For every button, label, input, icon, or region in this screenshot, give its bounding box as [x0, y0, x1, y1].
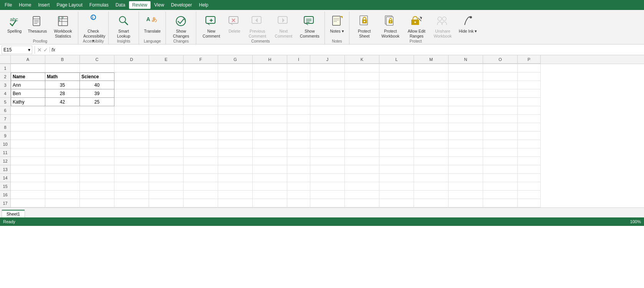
cell-D1[interactable] [114, 64, 149, 72]
cell-D2[interactable] [114, 72, 149, 81]
cell-E2[interactable] [149, 72, 184, 81]
row-header-11[interactable]: 11 [0, 148, 11, 157]
cell-I17[interactable] [287, 199, 310, 207]
cell-I5[interactable] [287, 98, 310, 106]
cell-E10[interactable] [149, 140, 184, 148]
cell-E1[interactable] [149, 64, 184, 72]
cell-F9[interactable] [184, 132, 218, 140]
cell-P2[interactable] [518, 72, 541, 81]
delete-button[interactable]: Delete [225, 13, 244, 36]
cell-I16[interactable] [287, 191, 310, 199]
cell-P14[interactable] [518, 174, 541, 182]
cell-P1[interactable] [518, 64, 541, 72]
col-header-k[interactable]: K [345, 55, 379, 64]
row-header-14[interactable]: 14 [0, 174, 11, 182]
cell-C2[interactable]: Science [80, 72, 114, 81]
cell-N14[interactable] [449, 174, 483, 182]
col-header-b[interactable]: B [45, 55, 80, 64]
cell-J1[interactable] [310, 64, 345, 72]
cell-K14[interactable] [345, 174, 379, 182]
allow-edit-ranges-button[interactable]: Allow Edit Ranges [404, 13, 429, 39]
cell-J11[interactable] [310, 148, 345, 157]
col-header-n[interactable]: N [449, 55, 483, 64]
cell-G2[interactable] [218, 72, 253, 81]
cell-K17[interactable] [345, 199, 379, 207]
cell-O16[interactable] [483, 191, 518, 199]
cell-O17[interactable] [483, 199, 518, 207]
cell-N10[interactable] [449, 140, 483, 148]
cell-E4[interactable] [149, 89, 184, 98]
cell-G5[interactable] [218, 98, 253, 106]
col-header-p[interactable]: P [518, 55, 541, 64]
menu-insert[interactable]: Insert [35, 1, 53, 9]
next-comment-button[interactable]: Next Comment [271, 13, 296, 39]
cell-J12[interactable] [310, 157, 345, 165]
cell-G14[interactable] [218, 174, 253, 182]
cell-M4[interactable] [414, 89, 449, 98]
cell-O2[interactable] [483, 72, 518, 81]
cell-L9[interactable] [379, 132, 414, 140]
cell-D5[interactable] [114, 98, 149, 106]
menu-file[interactable]: File [2, 1, 15, 9]
col-header-c[interactable]: C [80, 55, 114, 64]
cell-F14[interactable] [184, 174, 218, 182]
cell-K5[interactable] [345, 98, 379, 106]
cell-K2[interactable] [345, 72, 379, 81]
cell-N5[interactable] [449, 98, 483, 106]
cell-M12[interactable] [414, 157, 449, 165]
cell-I7[interactable] [287, 115, 310, 123]
cell-H4[interactable] [253, 89, 287, 98]
cell-K6[interactable] [345, 106, 379, 115]
row-header-4[interactable]: 4 [0, 89, 11, 98]
row-header-8[interactable]: 8 [0, 123, 11, 132]
cell-P10[interactable] [518, 140, 541, 148]
cell-E12[interactable] [149, 157, 184, 165]
cell-I12[interactable] [287, 157, 310, 165]
cell-P3[interactable] [518, 81, 541, 89]
notes-button[interactable]: Notes ▾ [327, 13, 346, 36]
cell-L7[interactable] [379, 115, 414, 123]
cell-M5[interactable] [414, 98, 449, 106]
cell-B13[interactable] [45, 165, 80, 174]
cell-B16[interactable] [45, 191, 80, 199]
cell-E8[interactable] [149, 123, 184, 132]
cell-J14[interactable] [310, 174, 345, 182]
cell-C7[interactable] [80, 115, 114, 123]
cell-A2[interactable]: Name [11, 72, 45, 81]
cell-B4[interactable]: 28 [45, 89, 80, 98]
row-header-17[interactable]: 17 [0, 199, 11, 207]
cell-B3[interactable]: 35 [45, 81, 80, 89]
cell-P16[interactable] [518, 191, 541, 199]
cell-J7[interactable] [310, 115, 345, 123]
cell-C14[interactable] [80, 174, 114, 182]
cell-H3[interactable] [253, 81, 287, 89]
cell-F7[interactable] [184, 115, 218, 123]
menu-page-layout[interactable]: Page Layout [53, 1, 85, 9]
show-comments-button[interactable]: Show Comments [297, 13, 322, 39]
cell-C1[interactable] [80, 64, 114, 72]
cell-G6[interactable] [218, 106, 253, 115]
cell-N6[interactable] [449, 106, 483, 115]
cell-A16[interactable] [11, 191, 45, 199]
cell-C6[interactable] [80, 106, 114, 115]
col-header-l[interactable]: L [379, 55, 414, 64]
cell-K7[interactable] [345, 115, 379, 123]
cell-M15[interactable] [414, 182, 449, 191]
row-header-7[interactable]: 7 [0, 115, 11, 123]
cell-B7[interactable] [45, 115, 80, 123]
cell-A15[interactable] [11, 182, 45, 191]
cell-A1[interactable] [11, 64, 45, 72]
cell-C10[interactable] [80, 140, 114, 148]
cell-D13[interactable] [114, 165, 149, 174]
cell-C12[interactable] [80, 157, 114, 165]
cell-P17[interactable] [518, 199, 541, 207]
cell-I6[interactable] [287, 106, 310, 115]
cell-L15[interactable] [379, 182, 414, 191]
cell-O5[interactable] [483, 98, 518, 106]
cell-L5[interactable] [379, 98, 414, 106]
col-header-m[interactable]: M [414, 55, 449, 64]
cell-H9[interactable] [253, 132, 287, 140]
cell-F1[interactable] [184, 64, 218, 72]
menu-formulas[interactable]: Formulas [86, 1, 112, 9]
cell-A7[interactable] [11, 115, 45, 123]
